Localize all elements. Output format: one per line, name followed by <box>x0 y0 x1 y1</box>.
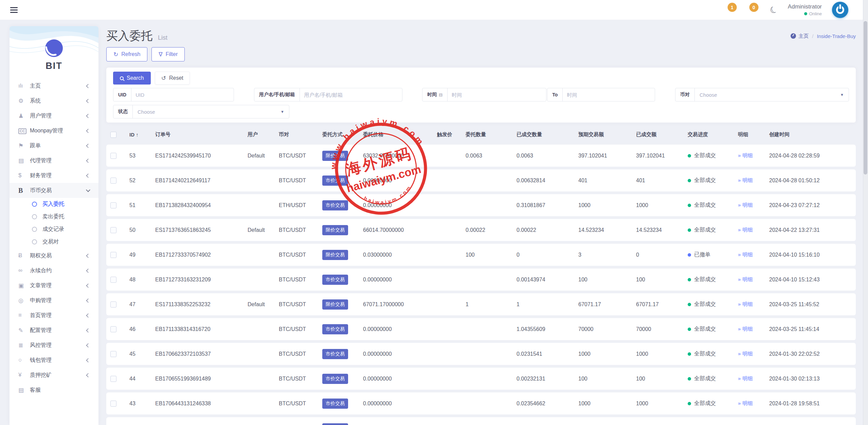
sidebar-item[interactable]: Ƀ 期权交易 <box>10 248 98 263</box>
sidebar-item[interactable]: ▤ 客服 <box>10 383 98 398</box>
breadcrumb-home[interactable]: 主页 <box>791 33 809 39</box>
detail-link[interactable]: »明细 <box>738 276 753 282</box>
progress-status: 全部成交 <box>688 226 731 234</box>
detail-link[interactable]: »明细 <box>738 375 753 381</box>
user-info: Administrator Online <box>788 3 822 17</box>
row-checkbox[interactable] <box>110 326 116 332</box>
sidebar-item[interactable]: ○ 钱包管理 <box>10 353 98 368</box>
hamburger-menu-icon[interactable] <box>10 7 18 13</box>
user-notification-icon[interactable]: 0 <box>748 3 760 17</box>
row-checkbox[interactable] <box>110 153 116 159</box>
sidebar-item[interactable]: ♟ 用户管理 <box>10 108 98 123</box>
sidebar-item[interactable]: ≡ 首页管理 <box>10 308 98 323</box>
select-all-checkbox[interactable] <box>110 132 116 138</box>
pair-select[interactable]: Choose ▼ <box>695 88 849 101</box>
cell-user <box>243 318 275 340</box>
cell-trigger <box>433 392 462 414</box>
row-checkbox[interactable] <box>110 252 116 258</box>
column-header[interactable]: 交易进度 <box>684 127 734 142</box>
reset-button[interactable]: ↺ Reset <box>155 72 190 85</box>
page-title: 买入委托 List <box>106 28 167 44</box>
cell-price: 63032.07000000 <box>359 145 433 167</box>
sidebar-subitem[interactable]: 卖出委托 <box>10 210 98 223</box>
detail-link[interactable]: »明细 <box>738 227 753 233</box>
sidebar-item-coin-trade[interactable]: B 币币交易 <box>10 183 98 198</box>
sidebar-item[interactable]: ⚙ 系统 <box>10 93 98 108</box>
sidebar-item[interactable]: ¥ 质押挖矿 <box>10 368 98 383</box>
sidebar-item-icon: ⚙ <box>18 97 30 105</box>
user-label: 用户名/手机/邮箱 <box>254 88 300 101</box>
sidebar-item[interactable]: ✎ 配置管理 <box>10 323 98 338</box>
award-notification-icon[interactable]: 1 <box>726 3 738 17</box>
column-header[interactable]: 币对 <box>275 127 318 142</box>
row-checkbox[interactable] <box>110 178 116 184</box>
column-header[interactable]: 委托方式 <box>318 127 359 142</box>
sidebar-subitem[interactable]: 成交记录 <box>10 223 98 236</box>
sidebar-item[interactable]: ◎ 申购管理 <box>10 293 98 308</box>
sidebar-item-icon: ▤ <box>18 387 30 394</box>
time-from-input[interactable] <box>448 88 546 101</box>
breadcrumb-current[interactable]: Inside-Trade-Buy <box>817 33 856 39</box>
row-checkbox[interactable] <box>110 227 116 233</box>
column-header[interactable]: 用户 <box>243 127 275 142</box>
sidebar-subitem[interactable]: 交易对 <box>10 236 98 248</box>
row-checkbox[interactable] <box>110 351 116 357</box>
method-badge: 市价交易 <box>322 399 348 409</box>
cell-id: 50 <box>125 219 151 241</box>
cell-order-no: EB1706012990374711 <box>151 417 243 425</box>
uid-input[interactable] <box>131 88 234 101</box>
detail-link[interactable]: »明细 <box>738 152 753 158</box>
row-checkbox[interactable] <box>110 301 116 308</box>
scrollbar-thumb[interactable] <box>864 21 867 174</box>
column-header[interactable]: 已成交数量 <box>512 127 574 142</box>
detail-link[interactable]: »明细 <box>738 177 753 183</box>
column-header[interactable]: 触发价 <box>433 127 462 142</box>
detail-link[interactable]: »明细 <box>738 351 753 356</box>
column-header[interactable]: 委托价格 <box>359 127 433 142</box>
column-header[interactable]: 已成交额 <box>632 127 684 142</box>
detail-link[interactable]: »明细 <box>738 301 753 307</box>
column-header[interactable]: 创建时间 <box>765 127 856 142</box>
column-header[interactable]: 委托数量 <box>462 127 512 142</box>
user-input[interactable] <box>300 88 402 101</box>
online-label: Online <box>809 11 822 17</box>
sidebar-item[interactable]: CC Moonpay管理 <box>10 123 98 138</box>
cell-created: 2024-01-30 22:02:52 <box>765 343 856 365</box>
sidebar-item[interactable]: ∞ 永续合约 <box>10 263 98 278</box>
column-header[interactable]: ID ↑ <box>125 127 151 142</box>
double-arrow-icon: » <box>738 152 741 158</box>
avatar[interactable] <box>832 2 848 18</box>
sidebar-item[interactable]: $ 财务管理 <box>10 168 98 183</box>
dark-mode-moon-icon[interactable]: ☾ <box>768 4 779 16</box>
detail-link[interactable]: »明细 <box>738 202 753 208</box>
search-button[interactable]: Search <box>113 72 151 85</box>
filter-button[interactable]: ∇ Filter <box>151 47 185 61</box>
sidebar-item[interactable]: ▣ 文章管理 <box>10 278 98 293</box>
sidebar-item-label: Moonpay管理 <box>30 127 87 134</box>
detail-link[interactable]: »明细 <box>738 252 753 257</box>
cell-expected: 1000 <box>574 392 632 414</box>
row-checkbox[interactable] <box>110 202 116 208</box>
refresh-button[interactable]: ↻ Refresh <box>106 47 147 61</box>
double-arrow-icon: » <box>738 351 741 356</box>
column-header[interactable]: 预期交易额 <box>574 127 632 142</box>
sidebar-item-icon: $ <box>18 172 30 179</box>
detail-link[interactable]: »明细 <box>738 400 753 406</box>
detail-link[interactable]: »明细 <box>738 326 753 332</box>
vertical-scrollbar[interactable] <box>863 0 868 425</box>
sidebar-item[interactable]: ▤ 代理管理 <box>10 153 98 168</box>
status-select[interactable]: Choose ▼ <box>133 105 289 118</box>
sidebar-item[interactable]: ≣ 风控管理 <box>10 338 98 353</box>
sidebar-item[interactable]: ılı 主页 <box>10 78 98 93</box>
row-checkbox[interactable] <box>110 376 116 382</box>
row-checkbox[interactable] <box>110 401 116 407</box>
sidebar-item[interactable]: ⚑ 跟单 <box>10 138 98 153</box>
row-checkbox[interactable] <box>110 277 116 283</box>
page-subtitle: List <box>158 34 167 41</box>
column-header[interactable]: 订单号 <box>151 127 243 142</box>
time-to-input[interactable] <box>563 88 655 101</box>
sidebar-subitem[interactable]: 买入委托 <box>10 198 98 210</box>
cell-filled-amount: 0.00632814 <box>512 169 574 191</box>
column-header[interactable]: 明细 <box>734 127 765 142</box>
sidebar: BIT ılı 主页 ⚙ 系统 ♟ 用户管理 <box>10 26 98 425</box>
